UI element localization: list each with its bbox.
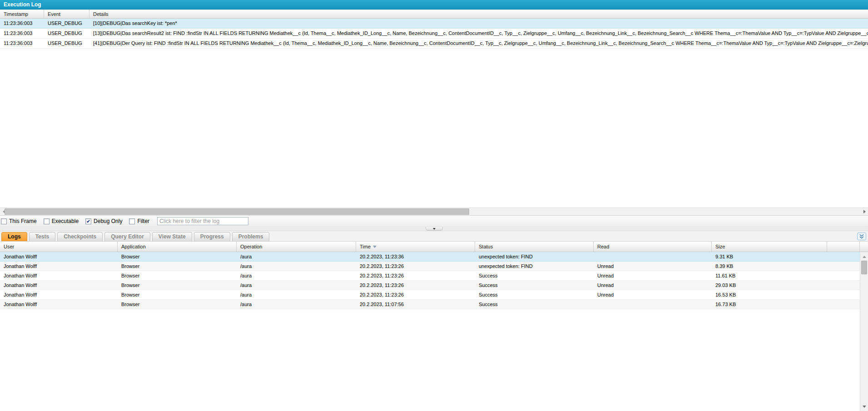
logs-table-rows: Jonathan WolffBrowser/aura20.2.2023, 11:…: [0, 252, 868, 309]
checkbox-filter[interactable]: [129, 218, 135, 224]
column-header-user[interactable]: User: [0, 242, 118, 252]
tab-checkpoints[interactable]: Checkpoints: [57, 232, 103, 241]
column-header-details[interactable]: Details: [89, 10, 868, 18]
application-cell: Browser: [118, 290, 237, 299]
column-header-size[interactable]: Size: [712, 242, 827, 252]
user-cell: Jonathan Wolff: [0, 262, 118, 271]
log-filter-input[interactable]: [157, 217, 248, 225]
column-header-filler: [860, 242, 868, 252]
application-cell: Browser: [118, 281, 237, 290]
checkbox-this-frame[interactable]: [1, 218, 7, 224]
checkbox-label-debug-only: Debug Only: [94, 218, 122, 224]
sort-desc-icon: [373, 246, 377, 248]
status-cell: unexpected token: FIND: [475, 262, 594, 271]
scroll-up-button[interactable]: [860, 253, 868, 260]
checkbox-label-executable: Executable: [52, 218, 79, 224]
operation-cell: /aura: [237, 290, 356, 299]
checkbox-group-filter[interactable]: Filter: [129, 218, 149, 224]
application-cell: Browser: [118, 271, 237, 280]
log-entry-row[interactable]: Jonathan WolffBrowser/aura20.2.2023, 11:…: [0, 281, 868, 290]
column-header-timestamp[interactable]: Timestamp: [0, 10, 44, 18]
status-cell: Success: [475, 290, 594, 299]
event-cell: USER_DEBUG: [44, 39, 89, 48]
log-entry-row[interactable]: Jonathan WolffBrowser/aura20.2.2023, 11:…: [0, 262, 868, 271]
column-header-status[interactable]: Status: [475, 242, 594, 252]
details-cell: [10]|DEBUG|Das searchKey ist: *pen*: [89, 19, 868, 28]
event-cell: USER_DEBUG: [44, 19, 89, 28]
user-cell: Jonathan Wolff: [0, 290, 118, 299]
horizontal-scrollbar-thumb[interactable]: [5, 208, 469, 215]
checkbox-group-executable[interactable]: Executable: [44, 218, 79, 224]
scroll-down-icon: [863, 406, 866, 408]
tab-problems[interactable]: Problems: [232, 232, 270, 241]
time-cell: 20.2.2023, 11:23:36: [356, 252, 475, 261]
size-cell: 11.61 KB: [712, 271, 827, 280]
execution-log-empty-area: [0, 49, 868, 208]
time-cell: 20.2.2023, 11:23:26: [356, 290, 475, 299]
time-cell: 20.2.2023, 11:07:56: [356, 300, 475, 309]
tab-strip-tabs: LogsTestsCheckpointsQuery EditorView Sta…: [1, 232, 271, 241]
log-entry-row[interactable]: Jonathan WolffBrowser/aura20.2.2023, 11:…: [0, 252, 868, 262]
operation-cell: /aura: [237, 271, 356, 280]
read-cell: [594, 252, 712, 261]
execution-log-header: TimestampEventDetails: [0, 10, 868, 19]
horizontal-scrollbar[interactable]: [0, 208, 868, 216]
log-entry-row[interactable]: Jonathan WolffBrowser/aura20.2.2023, 11:…: [0, 271, 868, 281]
operation-cell: /aura: [237, 252, 356, 261]
column-header-event[interactable]: Event: [44, 10, 89, 18]
application-cell: Browser: [118, 300, 237, 309]
scroll-right-button[interactable]: [861, 208, 868, 215]
operation-cell: /aura: [237, 281, 356, 290]
column-header-time[interactable]: Time: [356, 242, 475, 252]
status-cell: Success: [475, 271, 594, 280]
checkbox-executable[interactable]: [44, 218, 50, 224]
tab-query-editor[interactable]: Query Editor: [104, 232, 150, 241]
developer-console: Execution Log TimestampEventDetails 11:2…: [0, 0, 868, 411]
vertical-scrollbar[interactable]: [860, 252, 868, 411]
user-cell: Jonathan Wolff: [0, 281, 118, 290]
double-chevron-down-icon: [859, 234, 864, 239]
vertical-scrollbar-thumb[interactable]: [861, 261, 867, 274]
log-filter-bar: This FrameExecutable✔Debug OnlyFilter: [0, 216, 868, 227]
user-cell: Jonathan Wolff: [0, 300, 118, 309]
column-header-operation[interactable]: Operation: [237, 242, 356, 252]
log-row[interactable]: 11:23:36:003USER_DEBUG[13]|DEBUG|Das sea…: [0, 29, 868, 39]
tab-view-state[interactable]: View State: [152, 232, 192, 241]
application-cell: Browser: [118, 262, 237, 271]
size-cell: 9.31 KB: [712, 252, 827, 261]
time-cell: 20.2.2023, 11:23:26: [356, 281, 475, 290]
bottom-tab-strip: LogsTestsCheckpointsQuery EditorView Sta…: [0, 231, 868, 242]
column-header-application[interactable]: Application: [118, 242, 237, 252]
filter-checkboxes: This FrameExecutable✔Debug OnlyFilter: [1, 218, 156, 224]
timestamp-cell: 11:23:36:003: [0, 29, 44, 38]
size-cell: 29.03 KB: [712, 281, 827, 290]
operation-cell: /aura: [237, 262, 356, 271]
column-header-read[interactable]: Read: [594, 242, 712, 252]
logs-table-body: Jonathan WolffBrowser/aura20.2.2023, 11:…: [0, 252, 868, 411]
collapse-panel-button[interactable]: [857, 233, 866, 240]
collapse-down-icon: [433, 228, 436, 230]
status-cell: unexpected token: FIND: [475, 252, 594, 261]
log-row[interactable]: 11:23:36:003USER_DEBUG[10]|DEBUG|Das sea…: [0, 19, 868, 29]
checkbox-debug-only[interactable]: ✔: [85, 218, 91, 224]
timestamp-cell: 11:23:36:003: [0, 19, 44, 28]
status-cell: Success: [475, 300, 594, 309]
log-entry-row[interactable]: Jonathan WolffBrowser/aura20.2.2023, 11:…: [0, 290, 868, 300]
scroll-down-button[interactable]: [860, 403, 868, 410]
scroll-right-icon: [863, 210, 866, 213]
read-cell: Unread: [594, 290, 712, 299]
panel-splitter[interactable]: [0, 227, 868, 231]
splitter-collapse-handle[interactable]: [426, 227, 443, 231]
log-row[interactable]: 11:23:36:003USER_DEBUG[41]|DEBUG|Der Que…: [0, 39, 868, 49]
checkbox-group-this-frame[interactable]: This Frame: [1, 218, 37, 224]
details-cell: [13]|DEBUG|Das searchResult2 ist: FIND :…: [89, 29, 868, 38]
tab-tests[interactable]: Tests: [29, 232, 55, 241]
execution-log-title: Execution Log: [0, 0, 868, 10]
log-entry-row[interactable]: Jonathan WolffBrowser/aura20.2.2023, 11:…: [0, 300, 868, 309]
checkbox-label-this-frame: This Frame: [9, 218, 37, 224]
tab-progress[interactable]: Progress: [194, 232, 230, 241]
user-cell: Jonathan Wolff: [0, 252, 118, 261]
size-cell: 8.39 KB: [712, 262, 827, 271]
checkbox-group-debug-only[interactable]: ✔Debug Only: [85, 218, 122, 224]
tab-logs[interactable]: Logs: [1, 232, 27, 241]
